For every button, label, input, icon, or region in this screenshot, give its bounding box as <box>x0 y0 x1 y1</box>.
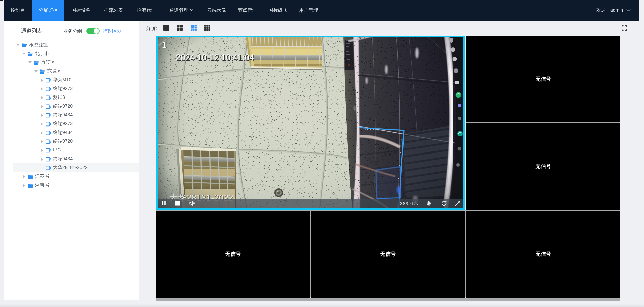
svg-text:2024-10-12 10:41:04: 2024-10-12 10:41:04 <box>176 53 254 62</box>
svg-text:383 kb/s: 383 kb/s <box>400 201 418 206</box>
svg-text:1: 1 <box>162 40 166 49</box>
